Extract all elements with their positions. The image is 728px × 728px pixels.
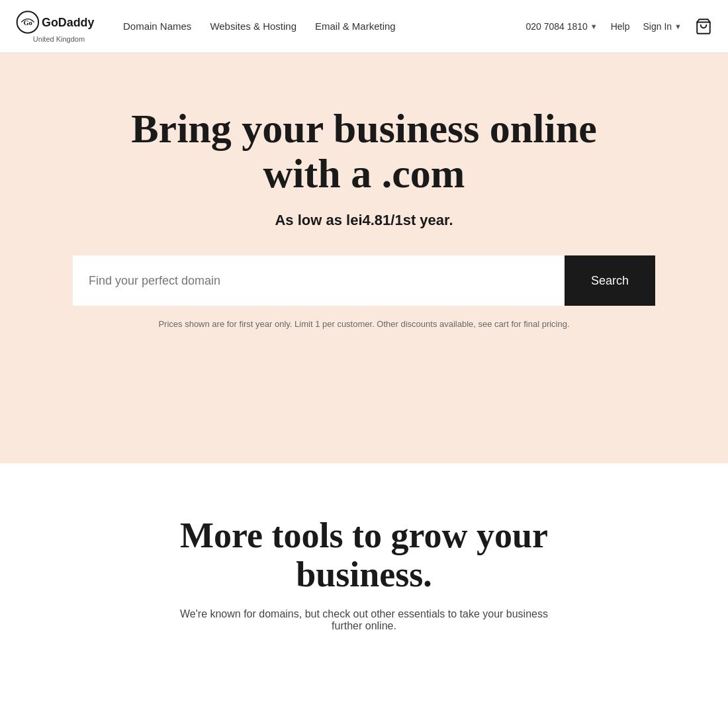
hero-section: Bring your business online with a .com A… <box>0 53 728 463</box>
phone-number: 020 7084 1810 <box>525 21 587 32</box>
domain-search-bar: Search <box>73 255 655 306</box>
logo-region: United Kingdom <box>16 35 102 43</box>
hero-title: Bring your business online with a .com <box>93 106 635 196</box>
more-tools-subtitle: We're known for domains, but check out o… <box>165 608 563 632</box>
site-header: Go GoDaddy United Kingdom Domain Names W… <box>0 0 728 53</box>
more-tools-section: More tools to grow your business. We're … <box>0 463 728 659</box>
more-tools-title: More tools to grow your business. <box>132 516 596 595</box>
price-disclaimer: Prices shown are for first year only. Li… <box>158 319 569 329</box>
signin-label: Sign In <box>643 21 672 32</box>
svg-text:GoDaddy: GoDaddy <box>42 16 94 29</box>
nav-websites-hosting[interactable]: Websites & Hosting <box>210 21 296 32</box>
cart-icon <box>695 18 712 35</box>
search-button[interactable]: Search <box>565 255 655 306</box>
domain-search-input[interactable] <box>73 255 565 306</box>
phone-chevron-icon: ▼ <box>590 23 598 30</box>
phone-button[interactable]: 020 7084 1810 ▼ <box>525 21 597 32</box>
main-nav: Domain Names Websites & Hosting Email & … <box>123 21 396 32</box>
nav-domain-names[interactable]: Domain Names <box>123 21 191 32</box>
hero-subtitle: As low as lei4.81/1st year. <box>275 212 453 229</box>
cart-button[interactable] <box>695 18 712 35</box>
nav-email-marketing[interactable]: Email & Marketing <box>315 21 396 32</box>
signin-button[interactable]: Sign In ▼ <box>643 21 682 32</box>
logo-area: Go GoDaddy United Kingdom <box>16 10 102 43</box>
godaddy-logo: Go GoDaddy <box>16 10 102 38</box>
header-right: 020 7084 1810 ▼ Help Sign In ▼ <box>525 18 712 35</box>
help-link[interactable]: Help <box>611 21 630 32</box>
signin-chevron-icon: ▼ <box>674 23 682 30</box>
header-left: Go GoDaddy United Kingdom Domain Names W… <box>16 10 396 43</box>
